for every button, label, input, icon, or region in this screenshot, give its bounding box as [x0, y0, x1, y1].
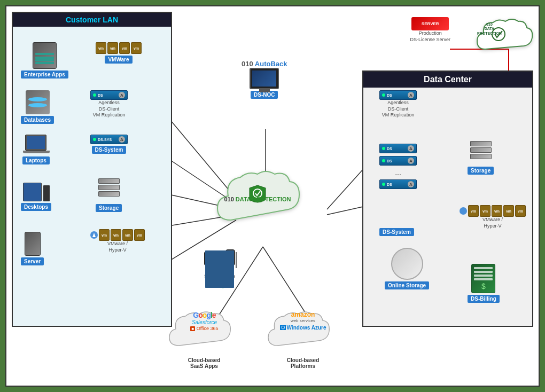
databases-icon [26, 90, 50, 114]
server-lan: Server [21, 232, 44, 265]
cloud-platforms-label: Cloud-based Platforms [263, 357, 343, 369]
cloud-platforms-content: amazon web services ⬡ Windows Azure [271, 311, 335, 331]
ds-billing: $ DS-Billing [468, 264, 500, 303]
data-center-section: Data Center DS A AgentlessDS-ClientVM Re… [362, 70, 533, 327]
desktops: Desktops [21, 183, 51, 211]
agentless-dc-icon: DS A [379, 90, 417, 100]
online-storage-icon [391, 248, 423, 280]
agentless-dc-label: AgentlessDS-ClientVM Replication [382, 100, 415, 119]
storage-lan-icon [97, 178, 121, 202]
storage-lan-label: Storage [96, 204, 122, 212]
enterprise-apps-label: Enterprise Apps [21, 70, 68, 79]
ds-system-dc-label-area: DS-System [379, 226, 414, 236]
storage-dc: Storage [468, 141, 494, 175]
vmware-lan: vm vm vm vm VMWare [96, 42, 142, 64]
ds-noc: 010 AutoBack DS-NOC [242, 60, 287, 99]
laptops-icon [25, 135, 46, 151]
dp-cloud-top: 010DATAPROTECTION [469, 12, 533, 62]
autoback-label: 010 AutoBack [242, 60, 287, 68]
ds-system-lan-label: DS-System [92, 146, 127, 154]
ds-system-lan-icon: DS-SYS A [90, 135, 128, 144]
storage-dc-label: Storage [468, 167, 494, 175]
cloud-platforms: amazon web services ⬡ Windows Azure Clou… [263, 305, 343, 369]
agentless-lan-icon: DS A [90, 90, 128, 100]
agentless-lan-label: AgentlessDS-ClientVM Replication [93, 100, 126, 119]
enterprise-apps-icon [33, 42, 57, 69]
vmware-hyperv-lan-label: VMware /Hyper-V [107, 241, 128, 253]
databases-label: Databases [21, 116, 54, 124]
tablets-smartphones: Tablets &Smartphones  ◉ [204, 249, 235, 289]
storage-lan: Storage [96, 178, 122, 212]
agentless-lan: DS A AgentlessDS-ClientVM Replication [90, 90, 128, 119]
dp-cloud-top-label: 010DATAPROTECTION [477, 22, 502, 36]
server-lan-label: Server [21, 257, 44, 265]
cloud-saas: Google Salesforce ■ Office 365 Cloud-bas… [164, 305, 244, 369]
databases: Databases [21, 90, 54, 124]
online-storage-label: Online Storage [385, 281, 429, 289]
vmware-hyperv-dc: vm vm vm vm vm VMware /Hyper-V [460, 205, 526, 229]
storage-dc-icon [469, 141, 493, 165]
vmware-hyperv-dc-label: VMware /Hyper-V [482, 217, 503, 229]
vmware-lan-icon: vm vm vm vm [96, 42, 142, 54]
enterprise-apps: Enterprise Apps [21, 42, 68, 79]
customer-lan-title: Customer LAN [13, 13, 171, 27]
ds-system-lan: DS-SYS A DS-System [90, 135, 128, 154]
desktops-label: Desktops [21, 203, 51, 211]
central-dp-cloud: 010 DATA PROTECTION [209, 161, 306, 238]
server-lan-icon [25, 232, 41, 256]
desktops-icon [23, 183, 42, 201]
agentless-dc: DS A AgentlessDS-ClientVM Replication [379, 90, 417, 119]
production-server-icon: SERVER [411, 17, 449, 30]
cloud-saas-label: Cloud-based SaaS Apps [164, 357, 244, 369]
main-diagram: Customer LAN Enterprise Apps vm vm vm vm… [5, 5, 540, 387]
vmware-lan-label: VMWare [105, 56, 132, 64]
ds-appliances-dc: DS A DS A ... DS A [379, 144, 417, 189]
data-center-title: Data Center [363, 72, 532, 88]
laptops: Laptops [22, 135, 50, 164]
customer-lan-section: Customer LAN Enterprise Apps vm vm vm vm… [12, 12, 172, 327]
ds-noc-icon [250, 68, 279, 89]
vmware-hyperv-lan: vm vm vm vm VMware /Hyper-V [90, 229, 145, 253]
cloud-saas-content: Google Salesforce ■ Office 365 [174, 311, 235, 331]
production-server: SERVER ProductionDS-License Server [410, 17, 450, 43]
tablets-smartphones-icon [204, 249, 235, 265]
production-server-label: ProductionDS-License Server [410, 30, 450, 43]
dp-cloud-center-label: 010 DATA PROTECTION [223, 196, 292, 202]
online-storage: Online Storage [385, 248, 429, 289]
ds-billing-label: DS-Billing [468, 295, 500, 303]
ds-billing-icon: $ [471, 264, 495, 293]
ds-system-dc-label: DS-System [379, 228, 414, 236]
laptops-label: Laptops [22, 156, 50, 164]
